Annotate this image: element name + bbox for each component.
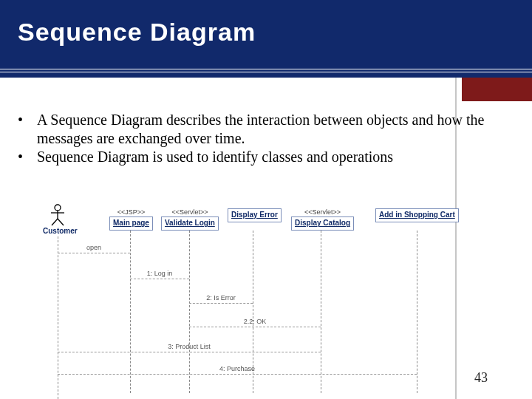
message-purchase: 4: Purchase: [58, 366, 417, 375]
participant-label: Add in Shopping Cart: [375, 208, 459, 222]
actor-customer: Customer: [43, 204, 72, 236]
svg-line-3: [52, 219, 58, 225]
message-label: 1: Log in: [130, 270, 189, 278]
participant-main-page: <<JSP>> Main page: [109, 208, 153, 231]
bullet-icon: •: [18, 148, 37, 166]
participant-add-cart: Add in Shopping Cart: [375, 208, 459, 222]
content-area: • A Sequence Diagram describes the inter…: [13, 111, 519, 384]
bullet-text: A Sequence Diagram describes the interac…: [37, 111, 519, 148]
accent-block: [462, 78, 532, 101]
bullet-list: • A Sequence Diagram describes the inter…: [18, 111, 519, 166]
participant-display-error: Display Error: [228, 208, 282, 222]
message-label: 3: Product List: [58, 343, 321, 351]
lifeline: [417, 231, 417, 393]
list-item: • A Sequence Diagram describes the inter…: [18, 111, 519, 148]
participant-label: Main page: [109, 216, 153, 231]
participant-label: Validate Login: [161, 216, 219, 231]
page-title: Sequence Diagram: [18, 18, 256, 47]
participant-label: Display Catalog: [291, 216, 354, 231]
participant-validate-login: <<Servlet>> Validate Login: [161, 208, 219, 231]
message-label: open: [58, 244, 130, 252]
message-iserror: 2: Is Error: [189, 296, 253, 304]
message-ok: 2.2: OK: [189, 319, 321, 327]
stereotype: <<JSP>>: [109, 208, 153, 216]
actor-label: Customer: [43, 227, 72, 236]
bullet-icon: •: [18, 111, 37, 148]
message-open: open: [58, 245, 130, 253]
sequence-diagram: Customer <<JSP>> Main page <<Servlet>> V…: [58, 201, 501, 393]
list-item: • Sequence Diagram is used to identify c…: [18, 148, 519, 166]
participant-display-catalog: <<Servlet>> Display Catalog: [291, 208, 354, 231]
participant-label: Display Error: [228, 208, 282, 222]
slide-number: 43: [474, 370, 488, 386]
svg-line-4: [58, 219, 64, 225]
bullet-text: Sequence Diagram is used to identify cla…: [37, 148, 519, 166]
stereotype: <<Servlet>>: [161, 208, 219, 216]
message-login: 1: Log in: [130, 271, 189, 279]
message-productlist: 3: Product List: [58, 344, 321, 352]
message-label: 2.2: OK: [189, 318, 321, 326]
message-label: 4: Purchase: [58, 365, 417, 373]
message-label: 2: Is Error: [189, 294, 253, 302]
svg-point-0: [55, 205, 61, 211]
decor-rule: [0, 69, 532, 69]
decor-rule: [0, 72, 532, 72]
stereotype: <<Servlet>>: [291, 208, 354, 216]
